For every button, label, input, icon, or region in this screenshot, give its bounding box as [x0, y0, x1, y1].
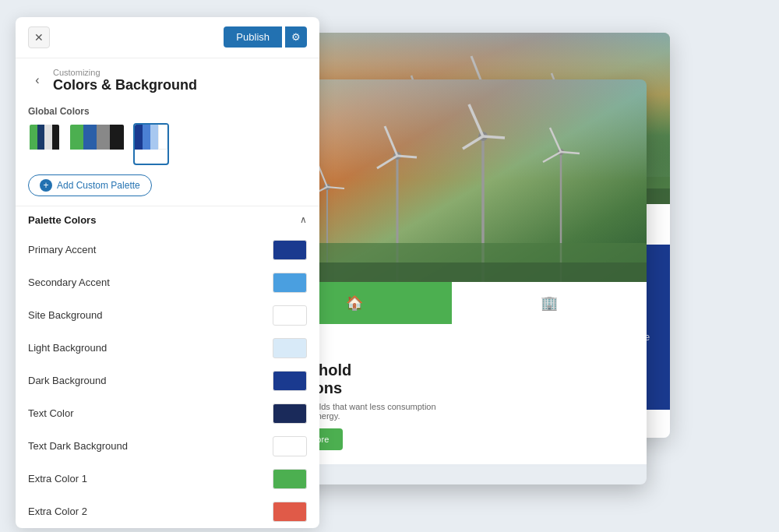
svg-line-39: [469, 104, 483, 136]
color-row-text-color: Text Color: [16, 397, 319, 430]
main-container: ✕ Publish ⚙ ‹ Customizing Colors & Backg…: [16, 17, 763, 516]
palette-dark-mode[interactable]: Dark Mode: [69, 123, 125, 165]
customizer-panel: ✕ Publish ⚙ ‹ Customizing Colors & Backg…: [16, 17, 319, 528]
svg-line-45: [543, 152, 561, 162]
palette-colors-title: Palette Colors: [28, 214, 96, 226]
back-button[interactable]: ‹: [28, 71, 47, 90]
plus-icon: +: [40, 179, 52, 192]
palette-base-label: Base: [30, 150, 59, 164]
publish-gear-button[interactable]: ⚙: [285, 26, 307, 48]
global-colors-label: Global Colors: [16, 100, 319, 123]
front-tab-building[interactable]: 🏢: [452, 282, 647, 324]
svg-line-36: [397, 156, 417, 157]
color-row-extra1: Extra Color 1: [16, 463, 319, 495]
svg-line-40: [463, 136, 483, 149]
chevron-up-icon: ∧: [300, 214, 307, 225]
color-row-extra2: Extra Color 2: [16, 495, 319, 528]
svg-line-34: [385, 126, 397, 156]
light-bg-swatch[interactable]: [273, 338, 307, 358]
color-row-light-bg: Light Background: [16, 332, 319, 365]
panel-header: ✕ Publish ⚙: [16, 17, 319, 58]
global-colors-grid: Base Dark Mode Blu: [16, 123, 319, 171]
svg-line-35: [377, 156, 397, 168]
preview-area: 🏠 🏢 🏠 HouseholdSolutions For households …: [257, 17, 763, 516]
dark-bg-label: Dark Background: [28, 375, 106, 386]
color-row-site-bg: Site Background: [16, 299, 319, 332]
color-row-text-dark: Text Dark Background: [16, 430, 319, 463]
palette-base[interactable]: Base: [28, 123, 61, 165]
color-rows: Primary Accent Secondary Accent Site Bac…: [16, 234, 319, 528]
front-home-icon: 🏠: [271, 338, 633, 355]
extra2-label: Extra Color 2: [28, 506, 87, 517]
dark-bg-swatch[interactable]: [273, 371, 307, 391]
section-title: Colors & Background: [53, 77, 197, 93]
add-custom-palette-button[interactable]: + Add Custom Palette: [28, 174, 152, 196]
secondary-accent-swatch[interactable]: [273, 273, 307, 293]
color-row-primary-accent: Primary Accent: [16, 234, 319, 266]
primary-accent-swatch[interactable]: [273, 240, 307, 260]
extra2-swatch[interactable]: [273, 502, 307, 522]
publish-button[interactable]: Publish: [224, 26, 282, 48]
secondary-accent-label: Secondary Accent: [28, 277, 110, 288]
palette-colors-header[interactable]: Palette Colors ∧: [16, 206, 319, 234]
text-color-label: Text Color: [28, 407, 74, 419]
close-button[interactable]: ✕: [28, 26, 50, 48]
text-dark-label: Text Dark Background: [28, 440, 128, 452]
extra1-swatch[interactable]: [273, 469, 307, 489]
front-text: For households that want less consumptio…: [271, 402, 633, 421]
front-heading: HouseholdSolutions: [271, 361, 633, 397]
color-row-dark-bg: Dark Background: [16, 365, 319, 397]
color-row-secondary-accent: Secondary Accent: [16, 266, 319, 299]
palette-blues[interactable]: Blues: [133, 123, 169, 165]
customizing-label: Customizing: [53, 68, 197, 77]
panel-nav: ‹ Customizing Colors & Background: [16, 58, 319, 100]
text-dark-swatch[interactable]: [273, 436, 307, 456]
svg-line-44: [550, 128, 561, 152]
light-bg-label: Light Background: [28, 342, 107, 354]
palette-dark-label: Dark Mode: [70, 150, 123, 164]
primary-accent-label: Primary Accent: [28, 244, 96, 255]
palette-blues-label: Blues: [135, 150, 167, 164]
site-bg-swatch[interactable]: [273, 305, 307, 326]
publish-area: Publish ⚙: [224, 26, 307, 48]
site-bg-label: Site Background: [28, 309, 102, 321]
text-color-swatch[interactable]: [273, 403, 307, 424]
extra1-label: Extra Color 1: [28, 473, 87, 484]
svg-line-41: [483, 136, 505, 138]
section-info: Customizing Colors & Background: [53, 68, 197, 93]
add-palette-label: Add Custom Palette: [57, 180, 140, 191]
